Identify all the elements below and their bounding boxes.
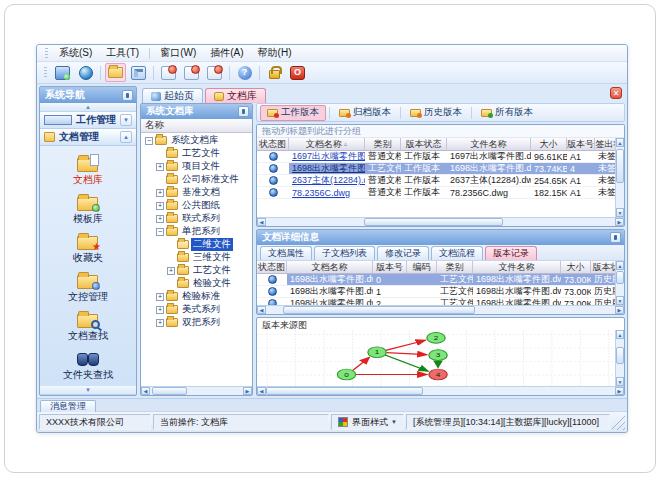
sidebar-item-favorites[interactable]: ★收藏夹 bbox=[45, 230, 131, 267]
column-header[interactable]: 状态图 bbox=[257, 261, 287, 274]
graph-node-4[interactable]: 4 bbox=[429, 369, 447, 380]
tree-node[interactable]: +公共图纸 bbox=[141, 199, 252, 212]
scroll-thumb[interactable] bbox=[364, 218, 504, 226]
scroll-right-icon[interactable]: ▶ bbox=[615, 306, 624, 314]
toolbar-button-help[interactable]: ? bbox=[234, 63, 255, 82]
scroll-thumb[interactable] bbox=[283, 306, 475, 314]
close-icon[interactable]: ✕ bbox=[610, 87, 622, 99]
details-tab-subdocs[interactable]: 子文档列表 bbox=[314, 246, 375, 260]
column-header[interactable]: 版本号 bbox=[567, 138, 595, 151]
toolbar-button-screen[interactable] bbox=[52, 63, 73, 82]
tree-node[interactable]: 二维文件 bbox=[141, 238, 252, 251]
menu-item-plugins[interactable]: 插件(A) bbox=[203, 45, 250, 61]
column-header[interactable]: 大小 bbox=[531, 138, 567, 151]
expand-icon[interactable]: + bbox=[167, 267, 175, 275]
tree-column-header[interactable]: 名称 bbox=[141, 119, 252, 133]
menu-item-help[interactable]: 帮助(H) bbox=[251, 45, 299, 61]
column-header[interactable]: 版本号 bbox=[373, 261, 407, 274]
sidebar-item-template[interactable]: 模板库 bbox=[45, 191, 131, 228]
tree-node[interactable]: +基准文档 bbox=[141, 186, 252, 199]
graph-node-0[interactable]: 0 bbox=[337, 369, 355, 380]
sidebar-item-docsearch[interactable]: 文档查找 bbox=[45, 308, 131, 345]
sidebar-item-doclib[interactable]: 文档库 bbox=[45, 152, 131, 189]
toolbar-button-mail-3[interactable] bbox=[204, 63, 225, 82]
document-link[interactable]: 1697出水嘴零件图.dwg bbox=[292, 151, 365, 162]
sidebar-collapse-down[interactable]: ▼ bbox=[40, 386, 136, 395]
sidebar-section-doc[interactable]: 文档管理▲ bbox=[40, 129, 136, 146]
column-header[interactable]: 签出状态 bbox=[595, 138, 615, 151]
version-button-archive[interactable]: 归档版本 bbox=[333, 105, 397, 121]
expand-icon[interactable]: + bbox=[156, 202, 164, 210]
expand-icon[interactable]: + bbox=[156, 189, 164, 197]
graph-node-2[interactable]: 2 bbox=[427, 333, 445, 344]
document-link[interactable]: 1698出水嘴零件图.dwg bbox=[292, 163, 365, 174]
menu-item-window[interactable]: 窗口(W) bbox=[153, 45, 203, 61]
tree-node[interactable]: +工艺文件 bbox=[141, 264, 252, 277]
toolbar-button-mail-1[interactable] bbox=[158, 63, 179, 82]
column-header[interactable]: 类别 bbox=[365, 138, 401, 151]
tree-node[interactable]: 公司标准文件 bbox=[141, 173, 252, 186]
version-button-work[interactable]: 工作版本 bbox=[260, 105, 326, 121]
cell-doc_name[interactable]: 2637主体(12284).dwg bbox=[289, 175, 365, 186]
tab-doclib[interactable]: 文档库 bbox=[205, 88, 266, 103]
cell-doc_name[interactable]: 78.2356C.dwg bbox=[289, 187, 365, 198]
column-header[interactable]: 类别 bbox=[437, 261, 473, 274]
version-graph[interactable]: 01234 bbox=[257, 330, 615, 386]
toolbar-grip[interactable] bbox=[44, 67, 47, 78]
graph-node-3[interactable]: 3 bbox=[429, 350, 447, 361]
scroll-right-icon[interactable]: ▶ bbox=[243, 387, 252, 395]
scroll-thumb[interactable] bbox=[266, 387, 423, 395]
interface-style-button[interactable]: 界面样式 ▼ bbox=[331, 414, 404, 430]
table-row[interactable]: 1698出水嘴零件图.dwg工艺文件工作版本1698出水嘴零件图.dwg73.7… bbox=[257, 163, 615, 175]
toolbar-button-lock[interactable] bbox=[264, 63, 285, 82]
resize-grip[interactable] bbox=[612, 414, 625, 430]
table-row[interactable]: 1698出水嘴零件图.dwg2工艺文件1698出水嘴零件图.dwg73.00KB… bbox=[257, 298, 615, 305]
expand-icon[interactable]: + bbox=[156, 163, 164, 171]
pin-icon[interactable] bbox=[610, 232, 621, 243]
scroll-down-icon[interactable]: ▼ bbox=[616, 208, 624, 217]
table-row[interactable]: 1698出水嘴零件图.dwg1工艺文件1698出水嘴零件图.dwg73.00KB… bbox=[257, 286, 615, 298]
column-header[interactable]: 文档名称 bbox=[287, 261, 373, 274]
sidebar-item-foldersearch[interactable]: 文件夹查找 bbox=[45, 347, 131, 384]
scroll-thumb[interactable] bbox=[616, 149, 624, 183]
tab-message-management[interactable]: 消息管理 bbox=[40, 400, 96, 412]
column-header[interactable]: 大小 bbox=[561, 261, 591, 274]
graph-node-1[interactable]: 1 bbox=[368, 347, 386, 358]
column-header[interactable]: 文件名称 bbox=[447, 138, 531, 151]
menubar-grip[interactable] bbox=[45, 48, 48, 59]
scroll-up-icon[interactable]: ▲ bbox=[616, 330, 624, 339]
tree-node[interactable]: +双把系列 bbox=[141, 316, 252, 329]
scroll-left-icon[interactable]: ◀ bbox=[141, 387, 150, 395]
menu-item-tools[interactable]: 工具(T) bbox=[99, 45, 146, 61]
tree-node[interactable]: +美式系列 bbox=[141, 303, 252, 316]
details-tab-versions[interactable]: 版本记录 bbox=[485, 246, 537, 260]
table-row[interactable]: 2637主体(12284).dwg普通文档工作版本2637主体(12284).d… bbox=[257, 175, 615, 187]
scroll-up-icon[interactable]: ▲ bbox=[616, 261, 624, 270]
menu-item-system[interactable]: 系统(S) bbox=[52, 45, 99, 61]
details-tab-props[interactable]: 文档属性 bbox=[260, 246, 312, 260]
scroll-thumb[interactable] bbox=[616, 271, 624, 284]
sidebar-section-work[interactable]: 工作管理▼ bbox=[40, 112, 136, 129]
toolbar-button-folder[interactable] bbox=[105, 63, 126, 82]
scroll-down-icon[interactable]: ▼ bbox=[616, 377, 624, 386]
scroll-left-icon[interactable]: ◀ bbox=[257, 387, 266, 395]
sidebar-item-doccontrol[interactable]: 文控管理 bbox=[45, 269, 131, 306]
column-header[interactable]: 编码 bbox=[407, 261, 437, 274]
cell-doc_name[interactable]: 1697出水嘴零件图.dwg bbox=[289, 151, 365, 162]
expand-icon[interactable]: + bbox=[156, 293, 164, 301]
expand-icon[interactable]: + bbox=[156, 319, 164, 327]
column-header[interactable]: 版本状态 bbox=[591, 261, 615, 274]
toolbar-button-mail-2[interactable] bbox=[181, 63, 202, 82]
tree-node[interactable]: +检验标准 bbox=[141, 290, 252, 303]
chevron-up-icon[interactable]: ▲ bbox=[120, 131, 132, 143]
tab-start[interactable]: 起始页 bbox=[142, 88, 203, 103]
column-header[interactable]: 状态图 bbox=[257, 138, 289, 151]
collapse-icon[interactable]: − bbox=[145, 137, 153, 145]
scroll-right-icon[interactable]: ▶ bbox=[615, 218, 624, 226]
table-row[interactable]: 1697出水嘴零件图.dwg普通文档工作版本1697出水嘴零件图.dwg96.6… bbox=[257, 151, 615, 163]
tree-node[interactable]: +联式系列 bbox=[141, 212, 252, 225]
toolbar-button-globe[interactable] bbox=[75, 63, 96, 82]
version-button-history[interactable]: 历史版本 bbox=[404, 105, 468, 121]
tree-node[interactable]: 工艺文件 bbox=[141, 147, 252, 160]
version-button-all[interactable]: 所有版本 bbox=[475, 105, 539, 121]
